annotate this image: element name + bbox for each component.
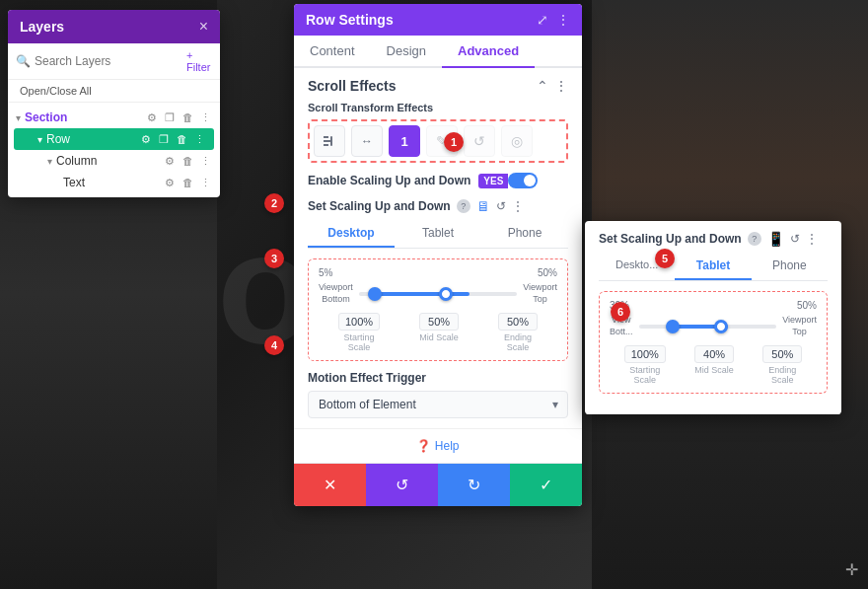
help-icon[interactable]: ?	[457, 199, 470, 213]
device-tab-tablet[interactable]: Tablet	[395, 220, 481, 248]
enable-scaling-row: Enable Scaling Up and Down YES	[308, 173, 568, 188]
transform-btn-scale[interactable]: 1	[389, 125, 420, 157]
tablet-mid-scale-value[interactable]: 40%	[694, 345, 734, 363]
scroll-effects-title: Scroll Effects	[308, 78, 396, 94]
transform-buttons-group: ↔ 1 ✎ ↺ ◎	[308, 119, 568, 163]
layer-item-column[interactable]: ▾ Column ⚙ 🗑 ⋮	[8, 150, 220, 172]
dots-icon[interactable]: ⋮	[198, 110, 212, 124]
transform-btn-drop[interactable]: ◎	[501, 125, 533, 157]
tab-advanced[interactable]: Advanced	[442, 36, 535, 68]
toggle-switch[interactable]	[508, 173, 538, 188]
tab-content[interactable]: Content	[294, 36, 371, 68]
motion-trigger-label: Motion Effect Trigger	[308, 371, 568, 385]
delete-icon[interactable]: 🗑	[181, 110, 194, 124]
settings-icon[interactable]: ⚙	[139, 132, 153, 146]
slider-track-row: ViewportBottom ViewportTop	[319, 282, 557, 305]
badge-1: 1	[444, 132, 464, 152]
chevron-icon: ▾	[37, 134, 42, 145]
panel-tabs: Content Design Advanced	[294, 36, 582, 68]
transform-btn-bars[interactable]	[314, 125, 345, 157]
fullscreen-icon[interactable]: ⤢	[537, 12, 548, 28]
enable-scaling-label: Enable Scaling Up and Down	[308, 174, 470, 187]
reset-icon: ↺	[396, 476, 408, 494]
more-icon[interactable]: ⋮	[806, 232, 818, 246]
more-icon[interactable]: ⋮	[556, 12, 570, 28]
filter-button[interactable]: + Filter	[186, 49, 212, 73]
ending-scale-value[interactable]: 50%	[498, 313, 538, 331]
panel-header-icons: ⤢ ⋮	[537, 12, 570, 28]
row-settings-panel: Row Settings ⤢ ⋮ Content Design Advanced…	[294, 4, 582, 506]
search-input[interactable]	[35, 54, 182, 68]
chevron-icon: ▾	[16, 112, 21, 123]
layers-panel: Layers × 🔍 + Filter Open/Close All ▾ Sec…	[8, 10, 220, 197]
device-tab-phone[interactable]: Phone	[481, 220, 568, 248]
redo-button[interactable]: ↻	[438, 464, 510, 506]
more-icon[interactable]: ⋮	[512, 199, 524, 213]
help-row[interactable]: ❓ Help	[294, 429, 582, 463]
text-actions: ⚙ 🗑 ⋮	[163, 176, 212, 189]
layers-close-button[interactable]: ×	[199, 18, 208, 36]
reset-button[interactable]: ↺	[366, 464, 438, 506]
mid-scale-label: Mid Scale	[419, 332, 459, 342]
tab-design[interactable]: Design	[371, 36, 442, 68]
reset-icon[interactable]: ↺	[496, 199, 506, 213]
scale-number: 1	[400, 134, 407, 149]
delete-icon[interactable]: 🗑	[175, 132, 188, 146]
starting-scale-value[interactable]: 100%	[338, 313, 380, 331]
cancel-button[interactable]: ✕	[294, 464, 366, 506]
panel-footer: ✕ ↺ ↻ ✓	[294, 463, 582, 506]
dots-icon[interactable]: ⋮	[198, 176, 212, 189]
layers-search-bar: 🔍 + Filter	[8, 43, 220, 80]
dots-icon[interactable]: ⋮	[198, 154, 212, 168]
badge-6: 6	[611, 302, 630, 322]
dots-icon[interactable]: ⋮	[554, 78, 568, 94]
tablet-slider-track[interactable]	[639, 325, 777, 329]
slider-thumb-left[interactable]	[368, 287, 382, 301]
slider-thumb-right[interactable]	[439, 287, 453, 301]
tablet-starting-scale-label: StartingScale	[624, 365, 666, 385]
settings-icon[interactable]: ⚙	[163, 154, 177, 168]
slider-track[interactable]	[359, 292, 517, 296]
reset-icon[interactable]: ↺	[790, 232, 800, 246]
tablet-device-tab-phone[interactable]: Phone	[752, 253, 828, 280]
panel-header: Row Settings ⤢ ⋮	[294, 4, 582, 36]
layer-item-row[interactable]: ▾ Row ⚙ ❐ 🗑 ⋮	[14, 128, 214, 150]
tablet-scaling-title-row: Set Scaling Up and Down ? 📱 ↺ ⋮	[599, 231, 828, 247]
delete-icon[interactable]: 🗑	[181, 176, 194, 189]
tablet-slider-thumb-left[interactable]	[666, 320, 680, 333]
tablet-device-icon[interactable]: 📱	[767, 231, 784, 247]
save-button[interactable]: ✓	[510, 464, 582, 506]
scaling-section: Set Scaling Up and Down ? 🖥 ↺ ⋮ Desktop …	[308, 198, 568, 418]
layers-tree: ▾ Section ⚙ ❐ 🗑 ⋮ ▾ Row ⚙ ❐ 🗑 ⋮	[8, 103, 220, 197]
tablet-starting-scale-value[interactable]: 100%	[624, 345, 666, 363]
tablet-device-tab-tablet[interactable]: Tablet	[675, 253, 751, 280]
device-tab-desktop[interactable]: Desktop	[308, 220, 395, 248]
copy-icon[interactable]: ❐	[163, 110, 177, 124]
viewport-top-label: ViewportTop	[523, 282, 557, 305]
drop-icon: ◎	[511, 133, 523, 149]
transform-btn-refresh[interactable]: ↺	[464, 125, 495, 157]
tablet-icon[interactable]: 🖥	[476, 198, 490, 214]
layer-item-section[interactable]: ▾ Section ⚙ ❐ 🗑 ⋮	[8, 107, 220, 128]
settings-icon[interactable]: ⚙	[145, 110, 159, 124]
settings-icon[interactable]: ⚙	[163, 176, 177, 189]
layer-text-label: Text	[63, 176, 159, 189]
delete-icon[interactable]: 🗑	[181, 154, 194, 168]
slider-fill	[375, 292, 470, 296]
dots-icon[interactable]: ⋮	[192, 132, 206, 146]
mid-scale-value[interactable]: 50%	[419, 313, 459, 331]
scaling-title-row: Set Scaling Up and Down ? 🖥 ↺ ⋮	[308, 198, 568, 214]
scroll-effects-icons: ⌃ ⋮	[537, 78, 568, 94]
tablet-slider-thumb-right[interactable]	[714, 320, 728, 333]
collapse-icon[interactable]: ⌃	[537, 78, 548, 94]
copy-icon[interactable]: ❐	[157, 132, 171, 146]
mid-pct: 50%	[538, 267, 557, 278]
open-close-all[interactable]: Open/Close All	[8, 80, 220, 103]
layer-item-text[interactable]: Text ⚙ 🗑 ⋮	[8, 172, 220, 193]
tablet-slider-pct-row: 30% 50%	[610, 300, 817, 311]
help-icon[interactable]: ?	[748, 232, 761, 246]
transform-btn-arrows[interactable]: ↔	[351, 125, 383, 157]
motion-trigger-select[interactable]: Bottom of Element Top of Element Middle …	[308, 391, 568, 418]
panel-title: Row Settings	[306, 12, 394, 28]
tablet-ending-scale-value[interactable]: 50%	[762, 345, 802, 363]
